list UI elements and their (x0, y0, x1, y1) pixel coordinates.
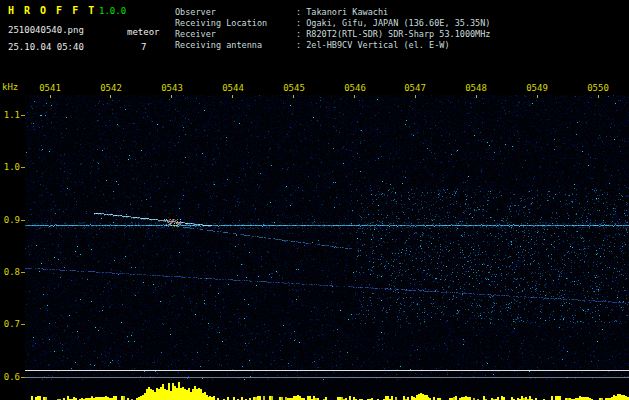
station-value: : 2el-HB9CV Vertical (el. E-W) (296, 40, 450, 51)
app-version: 1.0.0 (99, 6, 126, 16)
station-value: : Ogaki, Gifu, JAPAN (136.60E, 35.35N) (296, 18, 490, 29)
echo-count: 7 (141, 42, 146, 52)
station-row-location: Receiving Location: Ogaki, Gifu, JAPAN (… (175, 18, 490, 29)
freq-tick-label: 1.0 (2, 162, 20, 172)
station-row-observer: Observer: Takanori Kawachi (175, 7, 490, 18)
freq-tick-label: 0.8 (2, 267, 20, 277)
time-tick-label: 0550 (585, 83, 611, 93)
hrofft-output: H R O F F T 1.0.0 2510040540.png meteor … (0, 0, 629, 400)
station-label: Receiving Location (175, 18, 296, 29)
freq-tick-label: 0.6 (2, 372, 20, 382)
time-tick-label: 0547 (402, 83, 428, 93)
station-info: Observer: Takanori Kawachi Receiving Loc… (175, 7, 490, 51)
station-label: Observer (175, 7, 296, 18)
observation-mode: meteor (127, 27, 160, 37)
freq-axis-unit: kHz (2, 82, 18, 92)
freq-tick-label: 0.9 (2, 215, 20, 225)
app-title: H R O F F T (8, 5, 96, 16)
station-row-antenna: Receiving antenna: 2el-HB9CV Vertical (e… (175, 40, 490, 51)
station-value: : Takanori Kawachi (296, 7, 388, 18)
spectrogram-canvas (25, 95, 629, 400)
station-label: Receiving antenna (175, 40, 296, 51)
time-tick-label: 0543 (159, 83, 185, 93)
time-tick-label: 0544 (220, 83, 246, 93)
observation-datetime: 25.10.04 05:40 (8, 42, 84, 52)
freq-tick-label: 1.1 (2, 110, 20, 120)
station-row-receiver: Receiver: R820T2(RTL-SDR) SDR-Sharp 53.1… (175, 29, 490, 40)
freq-tick-label: 0.7 (2, 319, 20, 329)
output-filename: 2510040540.png (8, 25, 84, 35)
time-tick-label: 0542 (98, 83, 124, 93)
time-tick-label: 0549 (524, 83, 550, 93)
station-value: : R820T2(RTL-SDR) SDR-Sharp 53.1000MHz (296, 29, 490, 40)
station-label: Receiver (175, 29, 296, 40)
time-tick-label: 0546 (342, 83, 368, 93)
time-tick-label: 0545 (281, 83, 307, 93)
time-tick-label: 0541 (37, 83, 63, 93)
time-tick-label: 0548 (463, 83, 489, 93)
